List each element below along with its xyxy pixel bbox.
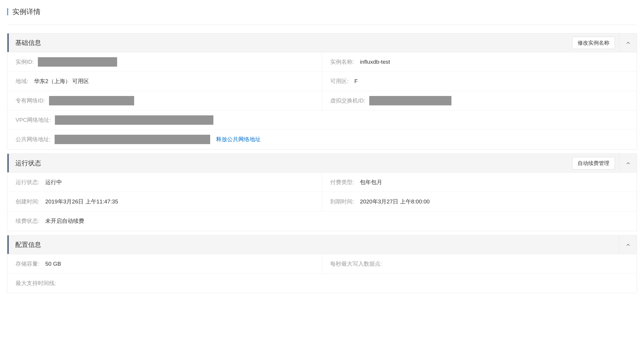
max-write-label: 每秒最大写入数据点: [330,260,382,268]
create-time-label: 创建时间: [16,198,39,205]
chevron-up-icon [626,161,631,166]
create-time-row: 创建时间: 2019年3月26日 上午11:47:35 [7,192,322,211]
renew-status-label: 续费状态: [16,217,39,225]
running-status-panel: 运行状态 自动续费管理 运行状态: 运行中 付费类型: 包年包月 创建时间: 2… [7,154,637,231]
config-info-body: 存储容量: 50 GB 每秒最大写入数据点: 最大支持时间线: [7,254,637,293]
running-status-header: 运行状态 自动续费管理 [7,154,637,173]
expire-time-value: 2020年3月27日 上午8:00:00 [360,198,430,205]
page-title-bar: 实例详情 [7,7,637,25]
zone-value: F [354,78,358,85]
page-title: 实例详情 [12,7,41,16]
edit-instance-name-button[interactable]: 修改实例名称 [572,37,615,49]
expire-time-label: 到期时间: [330,198,354,205]
basic-info-body: 实例ID: 实例名称: influxdb-test 地域: 华东2（上海） 可用… [7,52,637,149]
zone-row: 可用区: F [322,72,637,91]
release-public-addr-link[interactable]: 释放公共网络地址 [216,136,261,143]
chevron-up-icon [626,40,631,45]
renew-status-row: 续费状态: 未开启自动续费 [7,211,637,231]
vswitch-id-label: 虚拟交换机ID: [330,97,365,105]
billing-type-label: 付费类型: [330,178,354,186]
max-series-label: 最大支持时间线: [16,279,56,287]
max-series-row: 最大支持时间线: [7,274,637,293]
public-addr-label: 公共网络地址: [16,136,50,143]
running-status-label: 运行状态: [16,178,39,186]
region-value: 华东2（上海） 可用区 [34,77,89,85]
instance-name-value: influxdb-test [360,59,390,65]
instance-name-label: 实例名称: [330,58,354,66]
chevron-up-icon [626,242,631,247]
running-status-collapse-toggle[interactable] [619,154,637,172]
storage-label: 存储容量: [16,260,39,268]
running-status-row: 运行状态: 运行中 [7,173,322,192]
auto-renew-manage-button[interactable]: 自动续费管理 [572,157,615,169]
region-label: 地域: [16,77,28,85]
vpc-id-label: 专有网络ID: [16,97,45,105]
config-info-collapse-toggle[interactable] [619,235,637,254]
billing-type-row: 付费类型: 包年包月 [322,173,637,192]
vpc-addr-value-redacted [55,115,213,125]
running-status-value: 运行中 [45,178,62,186]
running-status-body: 运行状态: 运行中 付费类型: 包年包月 创建时间: 2019年3月26日 上午… [7,173,637,231]
config-info-panel: 配置信息 存储容量: 50 GB 每秒最大写入数据点: 最大支持时间线: [7,235,637,293]
vpc-addr-row: VPC网络地址: [7,110,637,130]
vswitch-id-row: 虚拟交换机ID: [322,91,637,110]
config-info-title: 配置信息 [9,240,619,249]
vswitch-id-value-redacted [369,96,451,105]
basic-info-collapse-toggle[interactable] [619,33,637,52]
running-status-title: 运行状态 [9,159,572,168]
billing-type-value: 包年包月 [360,178,382,186]
create-time-value: 2019年3月26日 上午11:47:35 [45,198,118,205]
storage-value: 50 GB [45,261,61,267]
instance-id-row: 实例ID: [7,52,322,72]
basic-info-header: 基础信息 修改实例名称 [7,33,637,52]
public-addr-value-redacted [55,135,210,144]
instance-name-row: 实例名称: influxdb-test [322,52,637,72]
basic-info-panel: 基础信息 修改实例名称 实例ID: 实例名称: influxdb-test 地域… [7,33,637,149]
page-title-accent [7,8,8,15]
expire-time-row: 到期时间: 2020年3月27日 上午8:00:00 [322,192,637,211]
basic-info-title: 基础信息 [9,38,572,47]
config-info-header: 配置信息 [7,235,637,254]
instance-id-value-redacted [38,57,117,67]
vpc-id-row: 专有网络ID: [7,91,322,110]
zone-label: 可用区: [330,77,348,85]
vpc-id-value-redacted [49,96,134,105]
public-addr-row: 公共网络地址: 释放公共网络地址 [7,130,637,149]
instance-id-label: 实例ID: [16,58,34,66]
storage-row: 存储容量: 50 GB [7,254,322,274]
renew-status-value: 未开启自动续费 [45,217,84,225]
max-write-row: 每秒最大写入数据点: [322,254,637,274]
vpc-addr-label: VPC网络地址: [16,116,51,124]
region-row: 地域: 华东2（上海） 可用区 [7,72,322,91]
